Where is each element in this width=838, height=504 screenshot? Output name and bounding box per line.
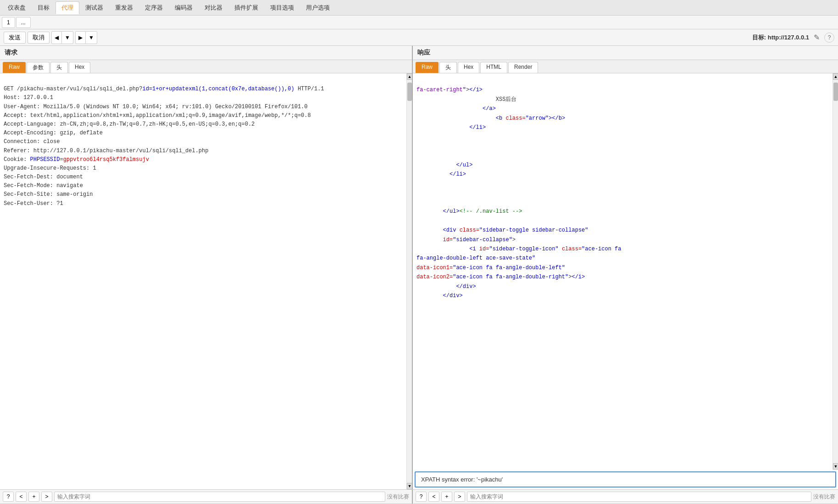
- request-tab-1[interactable]: 1: [2, 17, 15, 28]
- response-scrollbar[interactable]: ▲ ▼: [832, 73, 838, 470]
- response-scroll-down[interactable]: ▼: [833, 463, 838, 470]
- request-tab-params[interactable]: 参数: [27, 62, 50, 73]
- scroll-up-arrow[interactable]: ▲: [407, 73, 412, 80]
- target-label: 目标: http://127.0.0.1: [752, 33, 809, 42]
- nav-next-dropdown[interactable]: ▼: [86, 32, 97, 44]
- request-content: GET /pikachu-master/vul/sqli/sqli_del.ph…: [0, 73, 406, 489]
- response-tab-headers[interactable]: 头: [439, 62, 457, 73]
- request-tab-headers[interactable]: 头: [50, 62, 68, 73]
- tab-proxy[interactable]: 代理: [55, 1, 79, 14]
- response-tab-hex[interactable]: Hex: [458, 62, 479, 73]
- tab-repeater[interactable]: 重发器: [109, 1, 139, 14]
- request-header: 请求: [0, 46, 412, 60]
- response-scroll-up[interactable]: ▲: [833, 73, 838, 80]
- response-tab-raw[interactable]: Raw: [416, 62, 438, 73]
- bottom-bar: ? < + > 没有比赛 ? < + > 没有比赛: [0, 489, 838, 504]
- xpath-error-box: XPATH syntax error: '~pikachu': [415, 471, 836, 487]
- edit-target-button[interactable]: ✎: [812, 32, 821, 43]
- tab-project-options[interactable]: 项目选项: [264, 1, 300, 14]
- bottom-add-right[interactable]: +: [441, 492, 452, 502]
- cancel-button[interactable]: 取消: [28, 32, 50, 44]
- search-input-right[interactable]: [467, 492, 811, 502]
- response-tabs: Raw 头 Hex HTML Render: [413, 60, 838, 73]
- response-tab-html[interactable]: HTML: [480, 62, 507, 73]
- response-panel: 响应 Raw 头 Hex HTML Render fa-caret-right"…: [413, 46, 838, 489]
- top-navigation: 仪表盘 目标 代理 测试器 重发器 定序器 编码器 对比器 插件扩展 项目选项 …: [0, 0, 838, 16]
- request-tab-raw[interactable]: Raw: [3, 62, 26, 73]
- response-header: 响应: [413, 46, 838, 60]
- main-area: 请求 Raw 参数 头 Hex GET /pikachu-master/vul/…: [0, 46, 838, 489]
- nav-prev-group: ◀ ▼: [51, 31, 73, 44]
- nav-next-group: ▶ ▼: [75, 31, 97, 44]
- tab-comparer[interactable]: 对比器: [199, 1, 228, 14]
- toolbar: 发送 取消 ◀ ▼ ▶ ▼ 目标: http://127.0.0.1 ✎ ?: [0, 29, 838, 46]
- bottom-next-right[interactable]: >: [454, 492, 465, 502]
- tab-sequencer[interactable]: 定序器: [139, 1, 169, 14]
- help-button[interactable]: ?: [824, 33, 834, 43]
- response-tab-render[interactable]: Render: [508, 62, 538, 73]
- bottom-prev-left[interactable]: <: [16, 492, 27, 502]
- bottom-prev-right[interactable]: <: [428, 492, 439, 502]
- tab-encoder[interactable]: 编码器: [169, 1, 199, 14]
- tab-dashboard[interactable]: 仪表盘: [2, 1, 32, 14]
- nav-next-button[interactable]: ▶: [76, 32, 86, 44]
- bottom-add-left[interactable]: +: [28, 492, 39, 502]
- nav-prev-button[interactable]: ◀: [52, 32, 62, 44]
- tab-user-options[interactable]: 用户选项: [300, 1, 336, 14]
- search-input-left[interactable]: [54, 492, 385, 502]
- request-scrollbar[interactable]: ▲ ▼: [406, 73, 412, 489]
- scroll-thumb[interactable]: [407, 83, 412, 101]
- tab-extensions[interactable]: 插件扩展: [228, 1, 264, 14]
- bottom-help-left[interactable]: ?: [3, 492, 14, 502]
- nav-prev-dropdown[interactable]: ▼: [62, 32, 73, 44]
- response-line: fa-caret-right"></i> XSS后台 </a> <b class…: [416, 87, 622, 299]
- request-panel: 请求 Raw 参数 头 Hex GET /pikachu-master/vul/…: [0, 46, 413, 489]
- request-tab-hex[interactable]: Hex: [69, 62, 90, 73]
- tab-target[interactable]: 目标: [32, 1, 55, 14]
- request-tab-more[interactable]: ...: [16, 17, 31, 28]
- scroll-down-arrow[interactable]: ▼: [407, 483, 412, 489]
- request-tab-bar: 1 ...: [0, 16, 838, 29]
- no-match-left: 没有比赛: [387, 493, 409, 501]
- send-button[interactable]: 发送: [4, 32, 26, 44]
- no-match-right: 没有比赛: [813, 493, 835, 501]
- tab-tester[interactable]: 测试器: [79, 1, 109, 14]
- bottom-help-right[interactable]: ?: [416, 492, 427, 502]
- request-line-1: GET /pikachu-master/vul/sqli/sqli_del.ph…: [4, 86, 324, 206]
- bottom-next-left[interactable]: >: [41, 492, 52, 502]
- response-scroll-thumb[interactable]: [833, 83, 838, 101]
- response-content: fa-caret-right"></i> XSS后台 </a> <b class…: [413, 73, 832, 470]
- request-tabs: Raw 参数 头 Hex: [0, 60, 412, 73]
